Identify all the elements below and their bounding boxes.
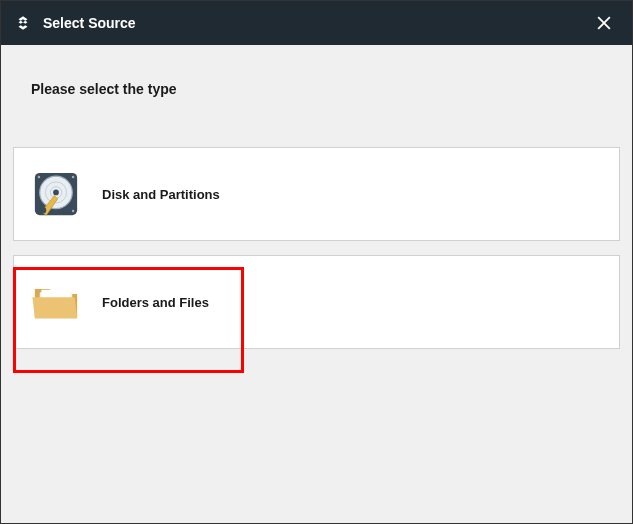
close-button[interactable]	[588, 7, 620, 39]
svg-point-8	[38, 176, 40, 178]
svg-point-7	[40, 207, 47, 214]
app-icon	[13, 13, 33, 33]
titlebar: Select Source	[1, 1, 632, 45]
instruction-text: Please select the type	[13, 57, 620, 147]
svg-point-6	[53, 190, 59, 196]
content-area: Please select the type Disk and Partitio…	[1, 45, 632, 375]
dialog-title: Select Source	[43, 15, 588, 31]
close-icon	[594, 13, 614, 33]
folder-icon	[28, 274, 84, 330]
svg-rect-12	[41, 290, 70, 298]
option-folders-files[interactable]: Folders and Files	[13, 255, 620, 349]
option-disk-partitions[interactable]: Disk and Partitions	[13, 147, 620, 241]
option-label: Disk and Partitions	[102, 187, 220, 202]
option-label: Folders and Files	[102, 295, 209, 310]
svg-point-10	[72, 210, 74, 212]
svg-point-9	[72, 176, 74, 178]
hard-disk-icon	[28, 166, 84, 222]
